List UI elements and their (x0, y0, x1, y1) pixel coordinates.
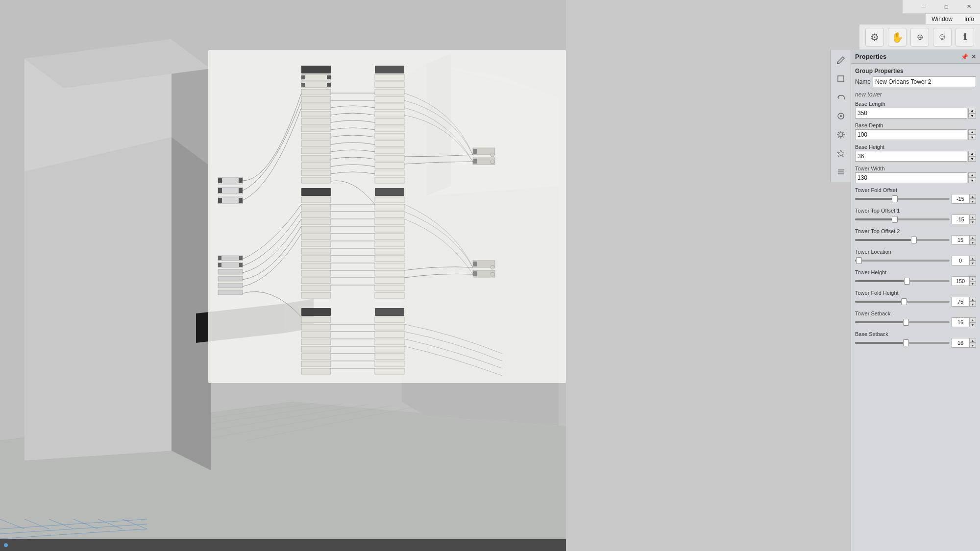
name-row: Name (855, 76, 976, 87)
tower-top-offset1-value: -15 (952, 215, 969, 224)
pin-icon[interactable]: 📌 (961, 53, 968, 60)
tower-top-offset1-down[interactable]: ▼ (969, 219, 976, 224)
tower-location-up[interactable]: ▲ (969, 256, 976, 261)
svg-rect-77 (301, 248, 331, 254)
sidebar-icon-undo[interactable] (833, 89, 849, 106)
tower-setback-label: Tower Setback (855, 311, 976, 316)
svg-rect-50 (301, 75, 305, 79)
tower-top-offset2-down[interactable]: ▼ (969, 240, 976, 245)
tower-top-offset1-slider[interactable] (855, 215, 950, 224)
name-input[interactable] (873, 76, 976, 87)
tower-setback-value: 16 (952, 317, 969, 327)
svg-rect-61 (301, 133, 331, 139)
svg-point-144 (490, 272, 494, 276)
sidebar-icon-list[interactable] (833, 164, 849, 180)
close-button[interactable]: ✕ (957, 0, 980, 14)
base-depth-input[interactable] (855, 129, 967, 140)
sidebar-icon-star[interactable] (833, 145, 849, 162)
base-length-down[interactable]: ▼ (968, 113, 976, 119)
tower-height-slider[interactable] (855, 276, 950, 286)
tower-fold-height-up[interactable]: ▲ (969, 297, 976, 302)
svg-rect-98 (375, 104, 404, 110)
tower-fold-offset-up[interactable]: ▲ (969, 194, 976, 199)
person-tool-button[interactable]: ☺ (933, 28, 952, 47)
base-setback-up[interactable]: ▲ (969, 338, 976, 343)
hand-tool-button[interactable]: ✋ (888, 28, 906, 47)
tower-height-up[interactable]: ▲ (969, 276, 976, 281)
base-height-input[interactable] (855, 151, 967, 162)
svg-rect-136 (473, 159, 477, 164)
sidebar-icon-settings2[interactable] (833, 126, 849, 143)
tower-width-up[interactable]: ▲ (968, 172, 976, 178)
base-height-label: Base Height (855, 144, 976, 150)
svg-rect-89 (301, 346, 331, 352)
svg-rect-128 (375, 339, 404, 345)
base-depth-up[interactable]: ▲ (968, 129, 976, 135)
tower-fold-height-down[interactable]: ▼ (969, 302, 976, 307)
svg-rect-82 (301, 285, 331, 291)
viewport[interactable] (0, 0, 566, 551)
svg-rect-103 (375, 141, 404, 146)
base-length-input[interactable] (855, 108, 967, 119)
svg-rect-34 (218, 188, 222, 193)
tower-setback-slider[interactable] (855, 317, 950, 327)
status-bar (0, 539, 566, 551)
base-depth-down[interactable]: ▼ (968, 135, 976, 140)
svg-rect-129 (375, 346, 404, 352)
svg-rect-51 (327, 75, 331, 79)
maximize-button[interactable]: □ (935, 0, 957, 14)
base-length-up[interactable]: ▲ (968, 108, 976, 113)
tower-setback-down[interactable]: ▼ (969, 322, 976, 327)
svg-rect-56 (301, 96, 331, 102)
svg-rect-97 (375, 96, 404, 102)
sidebar-icon-select[interactable] (833, 71, 849, 87)
tower-location-slider[interactable] (855, 256, 950, 265)
settings-icon: ⚙ (870, 31, 879, 43)
svg-rect-58 (301, 111, 331, 117)
svg-rect-55 (301, 89, 331, 95)
tower-location-value: 0 (952, 256, 969, 265)
base-height-down[interactable]: ▼ (968, 156, 976, 162)
svg-rect-62 (301, 141, 331, 146)
svg-rect-101 (375, 126, 404, 132)
sidebar-icon-view[interactable] (833, 108, 849, 124)
properties-content: Group Properties Name new tower Base Len… (851, 64, 980, 551)
svg-rect-121 (375, 278, 404, 284)
base-setback-slider[interactable] (855, 338, 950, 348)
tower-location-down[interactable]: ▼ (969, 261, 976, 265)
svg-rect-73 (301, 219, 331, 225)
base-height-up[interactable]: ▲ (968, 151, 976, 156)
tower-height-down[interactable]: ▼ (969, 281, 976, 286)
svg-rect-99 (375, 111, 404, 117)
node-graph[interactable] (208, 50, 566, 383)
tower-fold-height-slider[interactable] (855, 297, 950, 307)
svg-rect-70 (301, 197, 331, 203)
svg-rect-110 (375, 197, 404, 203)
tower-top-offset2-slider[interactable] (855, 235, 950, 245)
base-setback-down[interactable]: ▼ (969, 343, 976, 348)
tower-setback-up[interactable]: ▲ (969, 317, 976, 322)
info-tool-button[interactable]: ℹ (956, 28, 974, 47)
svg-rect-125 (375, 317, 404, 323)
svg-rect-117 (375, 248, 404, 254)
tower-top-offset2-up[interactable]: ▲ (969, 235, 976, 240)
svg-rect-106 (375, 163, 404, 168)
tower-top-offset1-up[interactable]: ▲ (969, 215, 976, 219)
menu-window[interactable]: Window (930, 15, 955, 24)
settings-tool-button[interactable]: ⚙ (865, 28, 884, 47)
svg-rect-74 (301, 226, 331, 232)
sidebar-icon-edit[interactable] (833, 52, 849, 69)
tower-width-input[interactable] (855, 172, 967, 183)
svg-rect-72 (301, 212, 331, 217)
close-panel-icon[interactable]: ✕ (971, 53, 976, 60)
menu-info[interactable]: Info (962, 15, 976, 24)
tower-fold-offset-down[interactable]: ▼ (969, 199, 976, 204)
tower-width-down[interactable]: ▼ (968, 178, 976, 183)
sidebar-icons (830, 50, 851, 182)
minimize-button[interactable]: ─ (912, 0, 935, 14)
tower-fold-offset-slider[interactable] (855, 194, 950, 204)
svg-marker-20 (24, 137, 172, 460)
share-tool-button[interactable]: ⊕ (910, 28, 929, 47)
svg-point-142 (490, 160, 494, 164)
svg-rect-41 (239, 256, 243, 260)
